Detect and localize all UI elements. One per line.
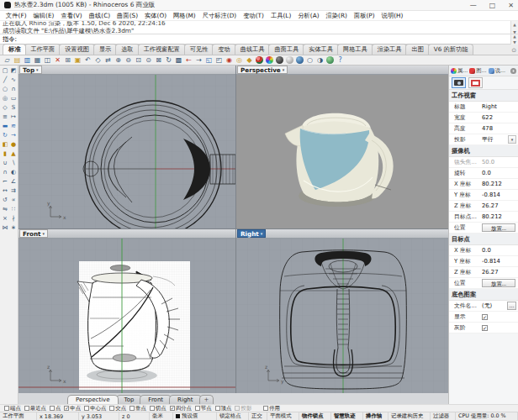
boolean-difference-icon[interactable]: ∖ — [9, 159, 18, 167]
boolean-union-icon[interactable]: ∪ — [1, 159, 9, 167]
menu-item-11[interactable]: 渲染(R) — [323, 12, 351, 20]
perpendicular-checkbox[interactable] — [130, 406, 135, 411]
polygon-icon[interactable]: ◇ — [1, 103, 9, 112]
zoom-in-icon[interactable]: ⊕ — [114, 55, 123, 65]
menu-item-9[interactable]: 工具(L) — [267, 12, 294, 20]
front-viewport-canvas[interactable]: z x — [18, 239, 235, 393]
select-icon[interactable]: ▢ — [1, 66, 9, 75]
copy-object-icon[interactable]: ⇉ — [9, 186, 18, 195]
menu-item-7[interactable]: 尺寸标注(D) — [199, 12, 240, 20]
viewport-tab-top[interactable]: Top — [116, 395, 143, 404]
status-history[interactable]: 记录建构历史 — [388, 412, 431, 420]
zoom-extents-icon[interactable]: ⊠ — [154, 55, 163, 65]
circle-icon[interactable]: ○ — [1, 85, 9, 93]
ribbon-tab-8[interactable]: 曲线工具 — [235, 44, 271, 55]
status-units[interactable]: 毫米 — [150, 412, 173, 420]
cone-icon[interactable]: ▲ — [9, 150, 18, 158]
ribbon-tab-4[interactable]: 选取 — [115, 44, 139, 55]
menu-item-6[interactable]: 网格(M) — [170, 12, 199, 20]
offset-icon[interactable]: ≡ — [1, 113, 9, 121]
surface-icon[interactable]: ▬ — [1, 122, 9, 130]
viewport-properties-button[interactable] — [452, 77, 466, 88]
ribbon-tab-13[interactable]: 出图 — [405, 44, 429, 55]
perspective-viewport-canvas[interactable] — [236, 75, 448, 228]
scroll-down-icon[interactable]: ▼ — [513, 29, 515, 34]
wallpaper-gray-checkbox[interactable]: ✓ — [482, 325, 488, 331]
intersection-checkbox[interactable] — [109, 406, 114, 411]
shell-icon[interactable]: ◐ — [9, 168, 18, 176]
split-icon[interactable]: ∤ — [9, 214, 18, 223]
status-filter[interactable]: 过滤器 — [431, 412, 456, 420]
lamp-icon[interactable]: ◎ — [235, 55, 244, 65]
end-checkbox[interactable] — [4, 406, 9, 411]
ribbon-tab-0[interactable]: 标准 — [3, 44, 26, 55]
center-checkbox[interactable] — [84, 406, 89, 411]
viewport-front-title[interactable]: Front▾ — [19, 229, 48, 238]
close-button[interactable]: ✕ — [508, 2, 514, 9]
tangent-checkbox[interactable] — [150, 406, 155, 411]
paste-icon[interactable]: ▣ — [73, 55, 82, 65]
pan-icon[interactable]: ◇ — [93, 55, 103, 65]
rotate-view-icon[interactable]: ↻ — [164, 55, 173, 65]
cam-place-button[interactable]: 放置... — [482, 223, 515, 232]
viewport-top-title[interactable]: Top▾ — [19, 66, 42, 74]
zoom-out-icon[interactable]: ⊖ — [124, 55, 133, 65]
arc-icon[interactable]: ∩ — [9, 85, 18, 93]
rectangle-icon[interactable]: ▭ — [9, 94, 18, 102]
maximize-button[interactable]: □ — [489, 2, 496, 9]
rotate-object-icon[interactable]: ↺ — [1, 196, 9, 204]
command-line-scrollbar[interactable]: ▲ ▼ — [510, 34, 518, 45]
browse-button[interactable]: … — [507, 302, 516, 310]
gear-icon[interactable] — [510, 68, 516, 74]
viewport-tab-perspective[interactable]: Perspective — [67, 395, 119, 404]
undo-view-icon[interactable]: ← — [184, 55, 193, 65]
status-cpu[interactable]: CPU 使用量: 0.0 % — [456, 412, 518, 420]
menu-item-5[interactable]: 实体(O) — [141, 12, 170, 20]
new-file-icon[interactable]: ▱ — [3, 55, 12, 65]
viewport-right-title[interactable]: Right▾ — [237, 229, 266, 238]
trim-icon[interactable]: × — [1, 214, 9, 223]
status-osnap[interactable]: 物件锁点 — [299, 412, 331, 420]
sphere-icon[interactable]: ● — [9, 140, 18, 149]
menu-item-12[interactable]: 面板(P) — [351, 12, 378, 20]
explode-icon[interactable]: ∗ — [9, 223, 18, 232]
menu-item-3[interactable]: 曲线(C) — [86, 12, 114, 20]
render-icon[interactable] — [255, 55, 264, 65]
named-view-icon[interactable]: ◰ — [214, 55, 224, 65]
panel-tab-layers[interactable]: 图... — [469, 67, 486, 75]
layer-grid-icon[interactable]: ▩ — [174, 55, 183, 65]
cplane-icon[interactable]: ◱ — [204, 55, 214, 65]
render-preview-icon[interactable] — [265, 55, 274, 65]
ribbon-tab-6[interactable]: 可见性 — [184, 44, 214, 55]
viewport-tab-front[interactable]: Front — [140, 395, 172, 404]
join-icon[interactable]: ⋈ — [1, 223, 9, 232]
lock-icon[interactable]: ◆ — [245, 55, 254, 65]
status-grid-snap[interactable]: 锁定格点 — [217, 412, 249, 420]
viewport-tab-right[interactable]: Right — [169, 395, 201, 404]
help-icon[interactable]: ? — [336, 55, 345, 65]
menu-item-8[interactable]: 变动(T) — [240, 12, 267, 20]
ribbon-tab-1[interactable]: 工作平面 — [24, 44, 61, 55]
ribbon-tab-3[interactable]: 显示 — [93, 44, 117, 55]
menu-item-0[interactable]: 文件(F) — [3, 12, 30, 20]
wallpaper-show-checkbox[interactable]: ✓ — [482, 314, 488, 320]
ribbon-tab-11[interactable]: 网格工具 — [337, 44, 373, 55]
menu-item-4[interactable]: 曲面(S) — [114, 12, 141, 20]
cylinder-icon[interactable]: ▮ — [1, 150, 9, 158]
viewport-perspective-title[interactable]: Perspective▾ — [237, 66, 288, 74]
scroll-up-icon[interactable]: ▲ — [513, 34, 515, 39]
ribbon-tab-14[interactable]: V6 的新功能 — [428, 44, 474, 55]
status-coord-z[interactable]: z 0 — [119, 412, 150, 420]
status-ortho[interactable]: 正交 — [249, 412, 267, 420]
knot-checkbox[interactable] — [195, 406, 200, 411]
xray-mode-icon[interactable] — [295, 55, 304, 65]
world-globe-icon[interactable] — [325, 55, 335, 65]
shaded-mode-icon[interactable] — [275, 55, 284, 65]
near-checkbox[interactable] — [24, 406, 29, 411]
array-icon[interactable]: ∷ — [9, 205, 18, 213]
minimize-button[interactable]: — — [470, 2, 477, 9]
status-smarttrack[interactable]: 智慧轨迹 — [331, 412, 363, 420]
top-viewport-canvas[interactable]: y x — [18, 75, 235, 228]
select-brush-icon[interactable]: ◩ — [9, 66, 18, 75]
freeform-curve-icon[interactable]: S — [9, 103, 18, 112]
